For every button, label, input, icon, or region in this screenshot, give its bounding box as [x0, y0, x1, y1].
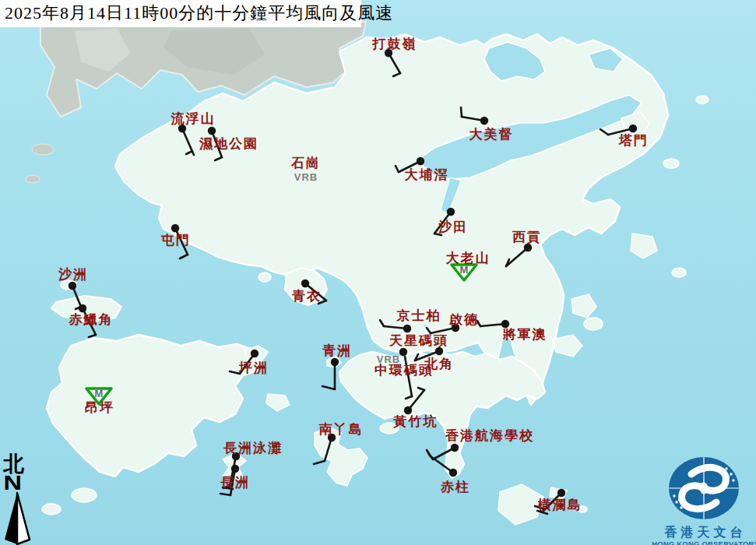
station-dot — [501, 320, 509, 328]
station-dot — [417, 157, 424, 165]
station-dot — [403, 325, 411, 332]
station-dot — [385, 49, 392, 57]
station-dot — [331, 358, 339, 366]
station-dot — [447, 208, 455, 216]
station-dot — [232, 452, 240, 460]
wind-barb — [89, 335, 96, 337]
wind-barb — [175, 228, 188, 255]
wind-barb — [305, 283, 326, 301]
station-dot — [251, 350, 258, 357]
wind-barb — [180, 255, 188, 258]
wind-barb — [380, 320, 384, 326]
wind-barb — [212, 131, 222, 157]
station-dot — [557, 489, 565, 497]
station-dot — [171, 224, 179, 232]
north-compass: 北 N — [2, 454, 36, 545]
wind-barb — [434, 234, 441, 235]
wind-barb — [418, 388, 424, 390]
wind-barb — [537, 511, 547, 514]
wind-barb — [477, 321, 480, 326]
hko-logo-name-zh: 香港天文台 — [651, 526, 756, 540]
north-arrow-icon — [2, 491, 36, 545]
wind-barb — [431, 456, 453, 473]
wind-map-page: MM 打鼓嶺流浮山濕地公園石崗VRB大美督塔門大埔滘沙田西貢大老山屯門沙洲赤鱲角… — [0, 0, 756, 545]
wind-barb — [535, 506, 545, 509]
wind-barb — [427, 328, 431, 333]
wind-barb — [406, 396, 412, 399]
wind-barb — [186, 151, 192, 154]
wind-barb — [434, 212, 451, 234]
hko-logo-icon — [651, 455, 756, 521]
missing-data-m: M — [95, 388, 104, 399]
station-dot — [480, 117, 488, 125]
station-dot — [301, 280, 309, 287]
wind-barb — [314, 461, 325, 464]
station-dot — [449, 469, 457, 476]
wind-barb — [230, 371, 240, 374]
station-dot — [178, 125, 186, 132]
station-dot — [231, 465, 239, 473]
wind-barb — [83, 308, 96, 335]
wind-barb — [220, 494, 230, 495]
wind-barb — [506, 248, 528, 266]
station-dot — [629, 125, 637, 132]
station-dot — [399, 348, 407, 356]
wind-barb — [405, 357, 412, 396]
station-dot — [451, 444, 459, 452]
wind-barb-overlay: MM — [0, 0, 756, 545]
hko-logo: 香港天文台 HONG KONG OBSERVATORY — [651, 455, 756, 545]
missing-data-m: M — [460, 264, 469, 276]
wind-barb — [461, 107, 462, 117]
wind-barb — [318, 301, 326, 304]
wind-barb — [396, 166, 399, 172]
station-dot — [328, 434, 336, 441]
station-dot — [208, 127, 216, 135]
station-dot — [524, 244, 532, 251]
wind-barb — [322, 386, 335, 389]
wind-barb — [215, 157, 222, 160]
map-title: 2025年8月14日11時00分的十分鐘平均風向及風速 — [0, 0, 361, 27]
wind-barb — [600, 129, 608, 135]
station-dot — [435, 347, 443, 355]
station-dot — [79, 304, 86, 312]
station-dot — [404, 406, 412, 414]
station-dot — [69, 282, 76, 290]
wind-barb — [393, 73, 400, 76]
north-label-en: N — [2, 474, 44, 491]
hko-logo-name-en: HONG KONG OBSERVATORY — [651, 540, 756, 545]
station-dot — [452, 324, 459, 332]
